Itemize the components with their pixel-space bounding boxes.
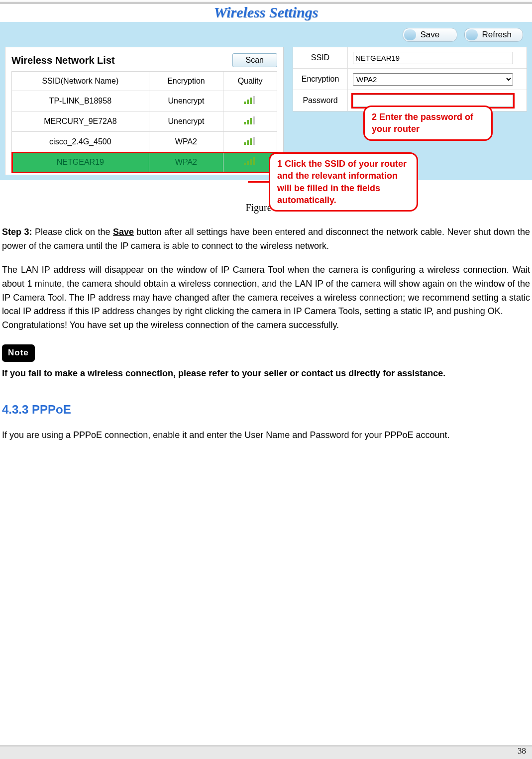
save-icon: [404, 29, 416, 40]
ssid-label: SSID: [293, 47, 348, 68]
signal-icon: [244, 116, 257, 124]
save-button-label: Save: [420, 30, 439, 39]
callout-click-ssid: 1 Click the SSID of your router and the …: [269, 152, 418, 212]
password-label: Password: [293, 90, 348, 111]
step3-label: Step 3:: [2, 227, 32, 237]
connection-fields-panel: SSID Encryption WPA2 Password: [293, 47, 527, 111]
table-row[interactable]: MERCURY_9E72A8Unencrypt: [12, 111, 277, 132]
signal-icon: [244, 137, 257, 145]
callout-enter-password: 2 Enter the password of your router: [363, 106, 493, 141]
table-row[interactable]: cisco_2.4G_4500WPA2: [12, 132, 277, 152]
step3-paragraph: Step 3: Please click on the Save button …: [2, 225, 530, 253]
section-heading-pppoe: 4.3.3 PPPoE: [2, 400, 530, 419]
signal-icon: [244, 157, 257, 165]
encryption-label: Encryption: [293, 69, 348, 90]
figure-caption: Figure 4.2: [0, 202, 532, 214]
save-button[interactable]: Save: [403, 28, 457, 42]
note-badge: Note: [2, 344, 35, 361]
page-footer: [0, 745, 532, 759]
refresh-icon: [466, 29, 478, 40]
wireless-network-list: Wireless Network List Scan SSID(Network …: [5, 47, 284, 175]
col-quality: Quality: [223, 72, 277, 91]
page-number: 38: [518, 746, 526, 756]
wireless-settings-panel: Save Refresh Wireless Network List Scan …: [0, 22, 532, 180]
encryption-select[interactable]: WPA2: [353, 73, 513, 86]
arrow-1-icon: [248, 181, 271, 183]
note-text: If you fail to make a wireless connectio…: [2, 367, 530, 380]
lan-ip-paragraph: The LAN IP address will disappear on the…: [2, 263, 530, 332]
save-word: Save: [113, 227, 134, 237]
refresh-button[interactable]: Refresh: [464, 28, 523, 42]
pppoe-paragraph: If you are using a PPPoE connection, ena…: [2, 429, 530, 442]
scan-button[interactable]: Scan: [232, 53, 277, 67]
table-row[interactable]: TP-LINK_B18958Unencrypt: [12, 91, 277, 111]
network-table: SSID(Network Name) Encryption Quality TP…: [11, 71, 277, 173]
refresh-button-label: Refresh: [482, 30, 512, 39]
col-ssid: SSID(Network Name): [12, 72, 149, 91]
password-input[interactable]: [353, 95, 513, 107]
table-row[interactable]: NETGEAR19WPA2: [12, 152, 277, 173]
col-encryption: Encryption: [149, 72, 223, 91]
page-title: Wireless Settings: [0, 2, 532, 22]
network-list-title: Wireless Network List: [11, 55, 225, 66]
ssid-input[interactable]: [353, 52, 513, 64]
signal-icon: [244, 96, 257, 104]
